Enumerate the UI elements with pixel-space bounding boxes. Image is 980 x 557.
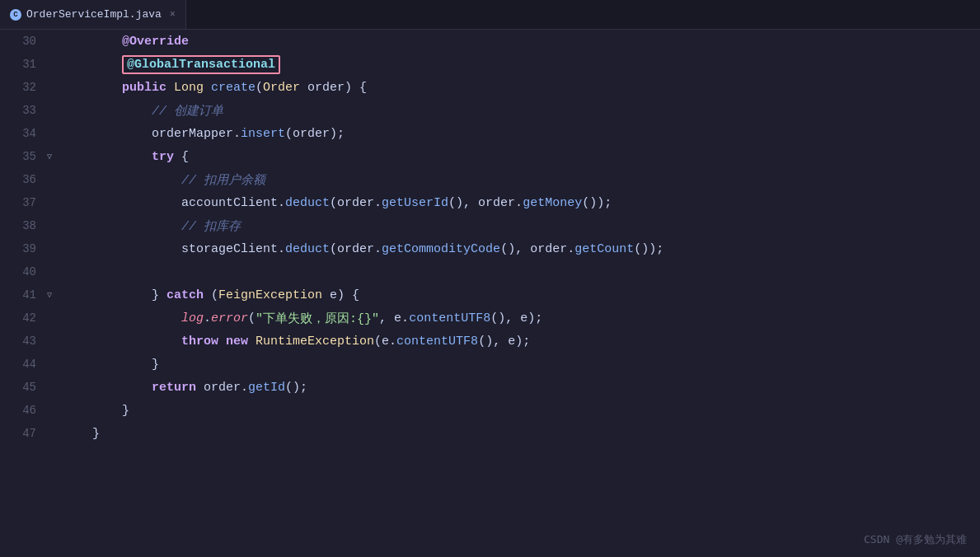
- code-line: }: [63, 422, 980, 445]
- line-number: 42: [0, 307, 43, 330]
- line-number: 35: [0, 145, 43, 168]
- token-plain: .: [204, 311, 211, 325]
- token-plain: (order);: [285, 127, 345, 141]
- token-plain: (), order.: [448, 196, 523, 210]
- line-number: 45: [0, 376, 43, 399]
- code-line: // 扣库存: [63, 214, 980, 237]
- token-method: deduct: [285, 242, 330, 256]
- fold-arrow: [43, 353, 56, 376]
- token-kw: throw: [181, 335, 226, 349]
- fold-arrow: [43, 168, 56, 191]
- fold-arrow: [43, 76, 56, 99]
- fold-arrow: [43, 376, 56, 399]
- token-plain: order.: [204, 381, 248, 395]
- token-plain: storageClient.: [181, 242, 285, 256]
- fold-arrow: [43, 30, 56, 53]
- indent: [63, 81, 122, 95]
- line-number: 46: [0, 399, 43, 422]
- code-line: @GlobalTransactional: [63, 53, 980, 76]
- fold-arrow: [43, 399, 56, 422]
- token-plain: (: [211, 288, 218, 302]
- line-number: 36: [0, 168, 43, 191]
- token-method: getMoney: [523, 196, 582, 210]
- token-kw: return: [152, 381, 204, 395]
- indent: [63, 381, 152, 395]
- token-plain: (order.: [330, 196, 382, 210]
- token-classname: RuntimeException: [256, 335, 374, 349]
- code-line: storageClient.deduct(order.getCommodityC…: [63, 237, 980, 260]
- token-method: getUserId: [382, 196, 448, 210]
- token-method: contentUTF8: [396, 335, 478, 349]
- token-kw: try: [152, 150, 181, 164]
- fold-gutter: ▽▽: [43, 30, 56, 557]
- token-plain: }: [152, 358, 159, 372]
- line-number: 43: [0, 330, 43, 353]
- token-method: getCount: [574, 242, 634, 256]
- indent: [63, 358, 152, 372]
- token-plain: accountClient.: [181, 196, 285, 210]
- token-plain: ());: [634, 242, 663, 256]
- fold-arrow: [43, 307, 56, 330]
- line-number: 32: [0, 76, 43, 99]
- token-plain: {: [181, 150, 189, 164]
- indent: [63, 335, 181, 349]
- tab-bar: C OrderServiceImpl.java ×: [0, 0, 980, 30]
- fold-arrow: [43, 260, 56, 283]
- token-plain: }: [122, 404, 129, 418]
- indent: [63, 150, 152, 164]
- line-number: 31: [0, 53, 43, 76]
- tab-close-icon[interactable]: ×: [170, 9, 176, 21]
- indent: [63, 173, 181, 187]
- token-method: create: [211, 81, 256, 95]
- token-plain: (: [248, 311, 256, 325]
- fold-arrow: [43, 422, 56, 445]
- token-method: getId: [248, 381, 285, 395]
- token-comment-cn: // 扣库存: [181, 218, 241, 234]
- line-number: 44: [0, 353, 43, 376]
- indent: [63, 35, 122, 49]
- indent: [63, 311, 181, 325]
- token-plain: (order.: [330, 242, 382, 256]
- fold-arrow: [43, 53, 56, 76]
- fold-arrow[interactable]: ▽: [43, 145, 56, 168]
- fold-arrow: [43, 330, 56, 353]
- token-plain: (), e);: [490, 311, 542, 325]
- code-line: // 创建订单: [63, 99, 980, 122]
- fold-arrow[interactable]: ▽: [43, 283, 56, 307]
- token-plain: , e.: [379, 311, 409, 325]
- token-string: "下单失败，原因:{}": [256, 311, 379, 326]
- token-method: deduct: [285, 196, 330, 210]
- token-log-method: error: [211, 311, 248, 325]
- indent: [63, 104, 152, 118]
- token-plain: }: [92, 427, 100, 441]
- token-plain: ();: [285, 381, 307, 395]
- code-line: log.error("下单失败，原因:{}", e.contentUTF8(),…: [63, 307, 980, 330]
- token-kw: catch: [166, 288, 211, 302]
- token-method: contentUTF8: [409, 311, 490, 325]
- token-kw: public: [122, 81, 174, 95]
- code-line: }: [63, 399, 980, 422]
- indent: [63, 58, 122, 72]
- tab-orderserviceimpl[interactable]: C OrderServiceImpl.java ×: [0, 0, 186, 29]
- line-numbers-gutter: 303132333435363738394041424344454647: [0, 30, 43, 557]
- code-line: throw new RuntimeException(e.contentUTF8…: [63, 330, 980, 353]
- token-plain: (e.: [374, 335, 396, 349]
- token-plain: (), e);: [478, 335, 530, 349]
- token-plain: (), order.: [500, 242, 574, 256]
- token-comment-cn: // 创建订单: [152, 103, 223, 119]
- token-plain: }: [152, 288, 166, 302]
- token-plain: e) {: [330, 288, 359, 302]
- line-number: 40: [0, 260, 43, 283]
- fold-arrow: [43, 237, 56, 260]
- code-area: 303132333435363738394041424344454647 ▽▽ …: [0, 30, 980, 557]
- tab-label: OrderServiceImpl.java: [26, 8, 162, 21]
- token-method: insert: [241, 127, 285, 141]
- code-line: [63, 260, 980, 283]
- line-number: 41: [0, 283, 43, 307]
- token-kw: new: [226, 335, 256, 349]
- indent: [63, 404, 122, 418]
- indent: [63, 288, 152, 302]
- token-comment-cn: // 扣用户余额: [181, 172, 265, 188]
- fold-arrow: [43, 214, 56, 237]
- token-annotation: @Override: [122, 35, 189, 49]
